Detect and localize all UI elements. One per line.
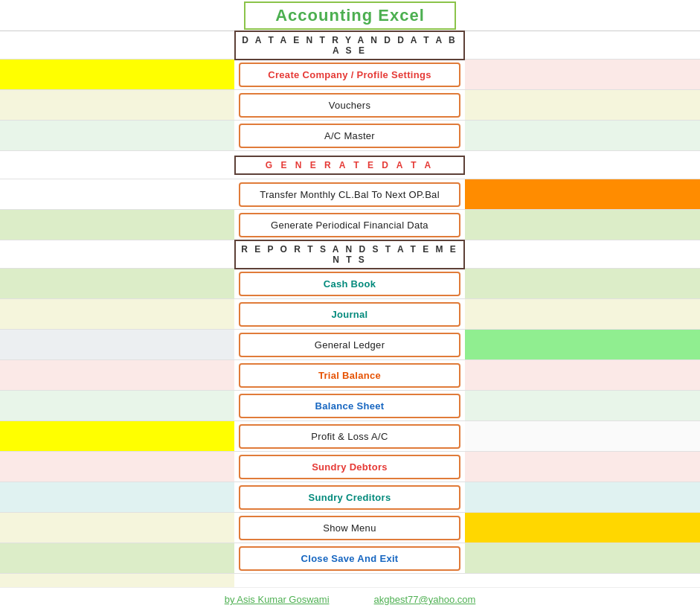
row-sundry-debtors: Sundry Debtors <box>0 452 700 482</box>
general-ledger-button[interactable]: General Ledger <box>239 333 460 357</box>
row-general-ledger: General Ledger <box>0 330 700 360</box>
row-profit-loss: Profit & Loss A/C <box>0 421 700 452</box>
row-trial-balance: Trial Balance <box>0 360 700 391</box>
row-vouchers: Vouchers <box>0 90 700 121</box>
balance-sheet-button[interactable]: Balance Sheet <box>239 394 460 418</box>
journal-button[interactable]: Journal <box>239 302 460 327</box>
row-ac-master: A/C Master <box>0 121 700 151</box>
dataentry-label: D A T A E N T R Y A N D D A T A B A S E <box>234 31 465 60</box>
profit-loss-button[interactable]: Profit & Loss A/C <box>239 424 460 449</box>
row-cash-book: Cash Book <box>0 269 700 299</box>
cash-book-button[interactable]: Cash Book <box>239 272 460 296</box>
title-box: Accounting Excel <box>244 1 456 30</box>
sundry-debtors-button[interactable]: Sundry Debtors <box>239 455 460 479</box>
section-generate-header: G E N E R A T E D A T A <box>0 151 700 179</box>
ac-master-button[interactable]: A/C Master <box>239 124 460 148</box>
email-link[interactable]: akgbest77@yahoo.com <box>374 594 476 605</box>
footer: by Asis Kumar Goswami akgbest77@yahoo.co… <box>0 587 700 611</box>
row-transfer-monthly: Transfer Monthly CL.Bal To Next OP.Bal <box>0 179 700 210</box>
vouchers-button[interactable]: Vouchers <box>239 93 460 118</box>
close-save-exit-button[interactable]: Close Save And Exit <box>239 546 460 571</box>
empty-space <box>0 574 700 587</box>
section-dataentry-header: D A T A E N T R Y A N D D A T A B A S E <box>0 31 700 60</box>
show-menu-button[interactable]: Show Menu <box>239 516 460 540</box>
app-title: Accounting Excel <box>275 6 425 25</box>
generate-periodical-button[interactable]: Generate Periodical Financial Data <box>239 213 460 237</box>
author-link[interactable]: by Asis Kumar Goswami <box>225 594 330 605</box>
row-generate-periodical: Generate Periodical Financial Data <box>0 210 700 240</box>
title-area: Accounting Excel <box>0 0 700 31</box>
row-balance-sheet: Balance Sheet <box>0 391 700 421</box>
create-company-button[interactable]: Create Company / Profile Settings <box>239 63 460 87</box>
row-show-menu: Show Menu <box>0 513 700 543</box>
main-container: Accounting Excel D A T A E N T R Y A N D… <box>0 0 700 611</box>
row-close-save-exit: Close Save And Exit <box>0 543 700 574</box>
section-reports-header: R E P O R T S A N D S T A T E M E N T S <box>0 240 700 269</box>
reports-label: R E P O R T S A N D S T A T E M E N T S <box>234 240 465 269</box>
row-create-company: Create Company / Profile Settings <box>0 60 700 90</box>
sundry-creditors-button[interactable]: Sundry Creditors <box>239 485 460 510</box>
row-journal: Journal <box>0 299 700 330</box>
generate-label: G E N E R A T E D A T A <box>234 156 465 175</box>
row-sundry-creditors: Sundry Creditors <box>0 482 700 513</box>
trial-balance-button[interactable]: Trial Balance <box>239 363 460 388</box>
transfer-monthly-button[interactable]: Transfer Monthly CL.Bal To Next OP.Bal <box>239 182 460 207</box>
